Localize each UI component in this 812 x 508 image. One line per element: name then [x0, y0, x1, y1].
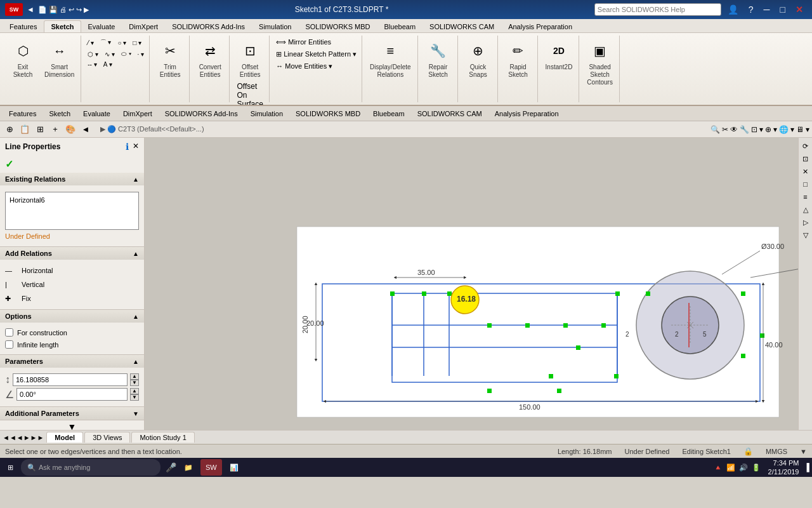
arc-btn[interactable]: ⌒ ▾: [98, 37, 114, 48]
param2-down[interactable]: ▼: [130, 394, 139, 401]
tab-features[interactable]: Features: [3, 20, 44, 32]
view-icon-5[interactable]: ⊡: [751, 125, 757, 134]
mirror-entities-btn[interactable]: ⟺ Mirror Entities: [273, 37, 359, 48]
quick-snaps-btn[interactable]: ⊕ QuickSnaps: [462, 37, 495, 81]
relation-vertical[interactable]: | Vertical: [5, 277, 139, 291]
solidworks-taskbar-btn[interactable]: SW: [200, 459, 222, 476]
shaded-sketch-btn[interactable]: ▣ ShadedSketchContours: [583, 37, 617, 89]
menu-sketch[interactable]: Sketch: [43, 108, 77, 119]
menu-evaluate[interactable]: Evaluate: [77, 108, 117, 119]
param2-up[interactable]: ▲: [130, 388, 139, 394]
canvas-area[interactable]: 16.18 35.00 20.00 20.00 150.00 40.00 Ø30…: [145, 138, 798, 430]
param1-down[interactable]: ▼: [130, 380, 139, 386]
help-icon[interactable]: ?: [745, 3, 757, 16]
minimize-btn[interactable]: ─: [760, 3, 774, 16]
relation-horizontal6[interactable]: Horizontal6: [8, 195, 136, 205]
relation-horizontal[interactable]: — Horizontal: [5, 264, 139, 277]
rmt-btn-6[interactable]: △: [800, 204, 811, 215]
scroll-down-arrow[interactable]: ▼: [68, 422, 77, 430]
smart-dimension-btn[interactable]: ↔ SmartDimension: [41, 37, 78, 88]
close-btn[interactable]: ✕: [792, 3, 807, 16]
config-mgr-btn[interactable]: +: [48, 123, 62, 137]
view-icon-7[interactable]: ⊕: [765, 125, 771, 134]
task-icon-mic[interactable]: 🎤: [166, 462, 176, 472]
tab-sw-mbd[interactable]: SOLIDWORKS MBD: [298, 20, 377, 32]
scroll-prev-btn[interactable]: ◄: [16, 434, 23, 441]
tab-sw-addins[interactable]: SOLIDWORKS Add-Ins: [165, 20, 252, 32]
menu-sw-cam[interactable]: SOLIDWORKS CAM: [411, 108, 488, 119]
view-icon-8[interactable]: ▾: [773, 125, 777, 134]
line-btn[interactable]: ⁄ ▾: [85, 37, 96, 48]
text-btn[interactable]: A ▾: [101, 60, 115, 69]
user-icon[interactable]: 👤: [724, 3, 742, 16]
maximize-btn[interactable]: □: [776, 3, 789, 16]
options-header[interactable]: Options ▲: [0, 310, 144, 323]
tab-evaluate[interactable]: Evaluate: [81, 20, 122, 32]
battery-icon[interactable]: 🔋: [752, 464, 761, 472]
search-bar-taskbar[interactable]: 🔍 Ask me anything: [21, 459, 160, 476]
menu-dimxpert[interactable]: DimXpert: [117, 108, 159, 119]
offset-entities-btn[interactable]: ⊡ OffsetEntities: [233, 37, 266, 81]
param1-input[interactable]: [13, 373, 128, 386]
taskbar-clock[interactable]: 7:34 PM 2/11/2019: [768, 458, 799, 477]
view-icon-6[interactable]: ▾: [759, 125, 763, 134]
add-relations-header[interactable]: Add Relations ▲: [0, 247, 144, 260]
menu-sw-mbd[interactable]: SOLIDWORKS MBD: [289, 108, 367, 119]
view-icon-3[interactable]: 👁: [730, 125, 738, 134]
rmt-btn-8[interactable]: ▽: [800, 229, 811, 241]
status-indicator[interactable]: ▼: [800, 448, 807, 455]
accept-btn[interactable]: ✓: [5, 159, 13, 170]
view-icon-1[interactable]: 🔍: [710, 125, 720, 134]
view-icon-2[interactable]: ✂: [722, 125, 728, 134]
nav-arrow[interactable]: ◄: [27, 5, 34, 14]
info-icon[interactable]: ℹ: [126, 142, 129, 152]
spline-btn[interactable]: ∿ ▾: [102, 49, 117, 59]
collapse-options[interactable]: ▲: [133, 313, 139, 320]
rmt-btn-1[interactable]: ⟳: [800, 140, 811, 152]
rmt-btn-3[interactable]: ✕: [800, 166, 811, 177]
expand-panel-btn[interactable]: ◄: [79, 123, 93, 137]
rect-btn[interactable]: □ ▾: [130, 37, 144, 48]
scroll-left-btn[interactable]: ◄◄: [3, 434, 16, 441]
view-icon-11[interactable]: 🖥: [796, 125, 804, 134]
collapse-additional[interactable]: ▼: [133, 410, 139, 417]
rmt-btn-7[interactable]: ▷: [800, 217, 811, 228]
tab-bluebeam[interactable]: Bluebeam: [377, 20, 423, 32]
collapse-parameters[interactable]: ▲: [133, 358, 139, 365]
for-construction-check[interactable]: [5, 328, 13, 337]
repair-sketch-btn[interactable]: 🔧 RepairSketch: [422, 37, 455, 81]
start-btn[interactable]: ⊞: [3, 459, 18, 476]
circle-btn[interactable]: ○ ▾: [115, 37, 129, 48]
property-mgr-btn[interactable]: ⊞: [33, 123, 47, 137]
point-btn[interactable]: · ▾: [135, 49, 147, 59]
show-desktop-btn[interactable]: ▐: [804, 463, 809, 472]
display-mgr-btn[interactable]: 🎨: [63, 123, 77, 137]
properties-btn[interactable]: ⊕: [3, 123, 16, 137]
tray-icon-2[interactable]: 📶: [726, 464, 735, 472]
file-explorer-btn[interactable]: 📁: [179, 459, 198, 476]
linear-sketch-btn[interactable]: ⊞ Linear Sketch Pattern ▾: [273, 49, 359, 60]
trim-entities-btn[interactable]: ✂ TrimEntities: [154, 37, 187, 81]
search-input[interactable]: [594, 3, 721, 16]
convert-entities-btn[interactable]: ⇄ ConvertEntities: [193, 37, 226, 81]
scroll-right-btn[interactable]: ►►: [30, 434, 44, 441]
offset-surface-btn[interactable]: OffsetOnSurface: [233, 81, 266, 106]
collapse-existing[interactable]: ▲: [133, 176, 139, 183]
tab-sw-cam[interactable]: SOLIDWORKS CAM: [422, 20, 501, 32]
tab-model[interactable]: Model: [46, 432, 83, 443]
tray-icon-3[interactable]: 🔊: [739, 464, 748, 472]
centerline-btn[interactable]: -- ▾: [85, 60, 99, 69]
view-icon-12[interactable]: ▾: [806, 125, 809, 134]
tab-dimxpert[interactable]: DimXpert: [122, 20, 165, 32]
display-delete-btn[interactable]: ≡ Display/DeleteRelations: [366, 37, 414, 81]
tab-sketch[interactable]: Sketch: [44, 20, 81, 32]
additional-parameters-header[interactable]: Additional Parameters ▼: [0, 407, 144, 420]
param1-up[interactable]: ▲: [130, 373, 139, 380]
tab-3d-views[interactable]: 3D Views: [84, 432, 130, 443]
menu-features[interactable]: Features: [3, 108, 43, 119]
menu-bluebeam[interactable]: Bluebeam: [367, 108, 411, 119]
view-icon-4[interactable]: 🔧: [740, 125, 749, 134]
collapse-add-relations[interactable]: ▲: [133, 250, 139, 257]
param2-input[interactable]: [16, 388, 128, 401]
feature-tree-btn[interactable]: 📋: [18, 123, 32, 137]
